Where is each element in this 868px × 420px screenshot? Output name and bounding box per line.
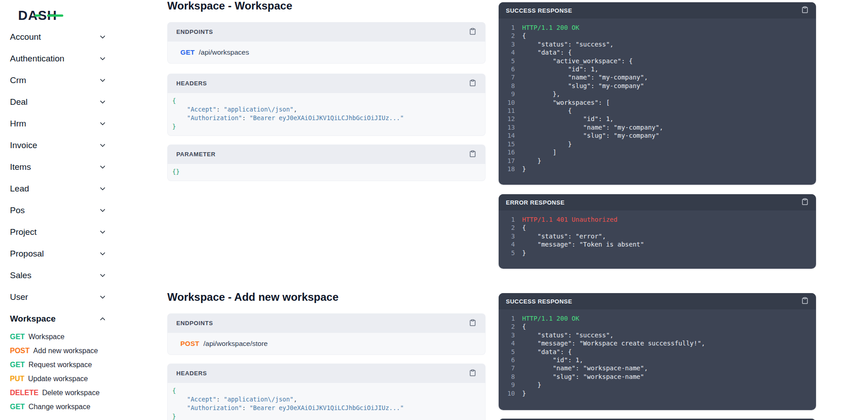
code-text: "name": "workspace-name",: [522, 364, 648, 372]
sidebar-item-user[interactable]: User: [0, 286, 131, 308]
code-text: "data": {: [522, 48, 572, 56]
submenu-item-delete-workspace[interactable]: DELETEDelete workspace: [0, 386, 131, 400]
code-line: 8 "slug": "workspace-name": [503, 373, 809, 381]
code-text: ]: [522, 148, 557, 156]
endpoint-path: /api/workspace/store: [203, 340, 268, 347]
code-text: "name": "my-company",: [522, 73, 648, 81]
panel-header: ERROR RESPONSE: [499, 194, 816, 210]
sidebar-item-workspace[interactable]: Workspace: [0, 308, 131, 330]
code-text: }: [522, 381, 541, 389]
card-header-label: HEADERS: [176, 370, 207, 377]
card-header: ENDPOINTS: [167, 22, 486, 42]
sidebar-item-label: Account: [10, 32, 41, 42]
sidebar-item-proposal[interactable]: Proposal: [0, 243, 131, 265]
copy-button[interactable]: [469, 150, 476, 159]
chevron-down-icon: [99, 228, 107, 236]
code-text: }: [522, 157, 541, 165]
card-header-label: ENDPOINTS: [176, 320, 213, 327]
submenu-item-label: Delete workspace: [42, 389, 99, 397]
code-text: }: [522, 249, 526, 257]
success-response-panel: SUCCESS RESPONSE1HTTP/1.1 200 OK2{3 "sta…: [499, 293, 816, 410]
clipboard-icon: [469, 79, 476, 88]
sidebar-item-authentication[interactable]: Authentication: [0, 48, 131, 70]
line-number: 10: [503, 98, 515, 107]
sidebar-item-account[interactable]: Account: [0, 26, 131, 48]
endpoint-method: GET: [180, 48, 195, 56]
line-number: 5: [503, 348, 515, 356]
code-line: 14 "slug": "my-company": [503, 131, 809, 140]
line-number: 7: [503, 364, 515, 372]
logo[interactable]: DASH: [18, 6, 57, 24]
submenu-item-add-new-workspace[interactable]: POSTAdd new workspace: [0, 344, 131, 358]
code-block: { "Accept": "application\/json", "Author…: [172, 387, 476, 420]
sidebar-item-hrm[interactable]: Hrm: [0, 113, 131, 135]
sidebar-item-deal[interactable]: Deal: [0, 91, 131, 113]
line-number: 5: [503, 249, 515, 257]
sidebar-item-label: Lead: [10, 184, 29, 194]
card-body: POST/api/workspace/store: [167, 333, 486, 355]
sidebar-item-items[interactable]: Items: [0, 156, 131, 178]
submenu-item-change-workspace[interactable]: GETChange workspace: [0, 400, 131, 414]
sidebar-item-lead[interactable]: Lead: [0, 178, 131, 200]
line-number: 10: [503, 389, 515, 397]
sidebar-item-label: Sales: [10, 271, 32, 280]
code-block: {}: [172, 168, 476, 176]
code-line: 3 "status": "success",: [503, 40, 809, 48]
code-line: 8 "slug": "my-company": [503, 82, 809, 90]
line-number: 9: [503, 381, 515, 389]
parameter-card: PARAMETER{}: [167, 145, 486, 181]
submenu-item-workspace[interactable]: GETWorkspace: [0, 330, 131, 344]
sidebar-item-pos[interactable]: Pos: [0, 200, 131, 221]
chevron-down-icon: [99, 293, 107, 301]
chevron-down-icon: [99, 120, 107, 128]
code-line: 7 "name": "workspace-name",: [503, 364, 809, 372]
sidebar-item-label: Project: [10, 227, 37, 237]
sidebar-item-project[interactable]: Project: [0, 221, 131, 243]
code-text: }: [522, 165, 526, 173]
code-line: "Accept": "application\/json",: [172, 395, 476, 404]
copy-button[interactable]: [801, 297, 809, 306]
code-line: 2{: [503, 32, 809, 40]
code-line: 1HTTP/1.1 401 Unauthorized: [503, 215, 809, 224]
endpoints-card: ENDPOINTSPOST/api/workspace/store: [167, 313, 486, 355]
card-header: HEADERS: [167, 74, 486, 93]
line-number: 8: [503, 373, 515, 381]
card-body: {}: [167, 164, 486, 181]
clipboard-icon: [469, 28, 476, 37]
code-text: HTTP/1.1 200 OK: [522, 23, 579, 32]
code-text: "active_workspace": {: [522, 57, 632, 65]
panel-title: SUCCESS RESPONSE: [506, 7, 572, 14]
code-line: "Accept": "application\/json",: [172, 105, 476, 114]
code-text: "status": "error",: [522, 232, 606, 240]
copy-button[interactable]: [469, 28, 476, 37]
copy-button[interactable]: [801, 6, 809, 15]
copy-button[interactable]: [469, 319, 476, 328]
method-badge: GET: [10, 333, 25, 341]
card-body: GET/api/workspaces: [167, 42, 486, 64]
copy-button[interactable]: [469, 369, 476, 378]
code-line: 10 "workspaces": [: [503, 98, 809, 107]
sidebar-item-invoice[interactable]: Invoice: [0, 135, 131, 156]
code-line: 12 "id": 1,: [503, 115, 809, 123]
line-number: 1: [503, 215, 515, 224]
copy-button[interactable]: [801, 198, 809, 207]
submenu-item-update-workspace[interactable]: PUTUpdate workspace: [0, 372, 131, 386]
code-line: 4 "message": "Token is absent": [503, 240, 809, 248]
line-number: 11: [503, 107, 515, 115]
submenu-item-request-workspace[interactable]: GETRequest workspace: [0, 358, 131, 372]
sidebar-item-crm[interactable]: Crm: [0, 70, 131, 91]
line-number: 14: [503, 131, 515, 140]
sidebar-item-label: Pos: [10, 205, 25, 215]
code-text: "slug": "my-company": [522, 131, 659, 140]
method-badge: DELETE: [10, 389, 38, 397]
sidebar-item-label: Workspace: [10, 314, 56, 324]
headers-card: HEADERS{ "Accept": "application\/json", …: [167, 364, 486, 420]
panel-title: SUCCESS RESPONSE: [506, 298, 572, 305]
code-line: 17 }: [503, 157, 809, 165]
code-line: 18}: [503, 165, 809, 173]
code-line: 3 "status": "error",: [503, 232, 809, 240]
clipboard-icon: [801, 297, 809, 306]
line-number: 18: [503, 165, 515, 173]
copy-button[interactable]: [469, 79, 476, 88]
sidebar-item-sales[interactable]: Sales: [0, 265, 131, 286]
